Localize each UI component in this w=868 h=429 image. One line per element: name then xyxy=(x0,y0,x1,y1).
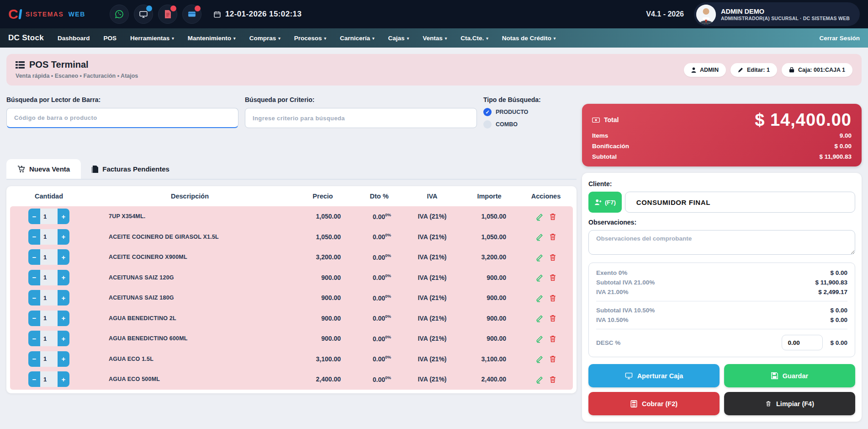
increase-qty-button[interactable]: + xyxy=(58,331,69,346)
decrease-qty-button[interactable]: − xyxy=(28,249,40,265)
increase-qty-button[interactable]: + xyxy=(58,351,69,367)
charge-button[interactable]: Cobrar (F2) xyxy=(588,392,720,415)
save-button[interactable]: Guardar xyxy=(724,364,855,387)
credit-card-icon xyxy=(187,10,196,19)
decrease-qty-button[interactable]: − xyxy=(28,209,40,224)
increase-qty-button[interactable]: + xyxy=(58,229,69,245)
summary-row: Exento 0% $ 0.00 xyxy=(596,268,847,278)
nav-item-label: Notas de Crédito xyxy=(502,35,551,42)
version-label: V4.1 - 2026 xyxy=(646,10,684,18)
radio-button[interactable]: ✓ xyxy=(483,108,492,116)
increase-qty-button[interactable]: + xyxy=(58,270,69,285)
decrease-qty-button[interactable]: − xyxy=(28,351,40,367)
increase-qty-button[interactable]: + xyxy=(58,311,69,326)
nav-item[interactable]: Mantenimiento ▾ xyxy=(188,35,236,42)
nav-item[interactable]: Cajas ▾ xyxy=(388,35,409,42)
tab-nueva-venta[interactable]: Nueva Venta xyxy=(6,159,81,179)
decrease-qty-button[interactable]: − xyxy=(28,311,40,326)
delete-row-icon[interactable] xyxy=(549,232,557,241)
delete-row-icon[interactable] xyxy=(549,253,557,262)
nav-item[interactable]: Compras ▾ xyxy=(249,35,281,42)
totals-row-value: $ 11,900.83 xyxy=(819,153,852,160)
delete-row-icon[interactable] xyxy=(549,314,557,322)
nav-item[interactable]: Procesos ▾ xyxy=(294,35,326,42)
monitor-button[interactable] xyxy=(134,5,153,24)
criteria-search-input[interactable] xyxy=(245,108,477,128)
search-type-option[interactable]: ✓ PRODUCTO xyxy=(483,108,541,116)
clear-button[interactable]: Limpiar (F4) xyxy=(724,392,855,415)
edit-row-icon[interactable] xyxy=(535,334,544,343)
card-button[interactable] xyxy=(182,5,201,24)
nav-item[interactable]: POS ▾ xyxy=(104,35,117,42)
discount-percent: 0.000% xyxy=(354,335,405,343)
observations-textarea[interactable] xyxy=(588,230,855,255)
nav-item[interactable]: Notas de Crédito ▾ xyxy=(502,35,556,42)
line-total: 900.00 xyxy=(460,335,519,342)
nav-item[interactable]: Ventas ▾ xyxy=(423,35,447,42)
col-precio: Precio xyxy=(292,193,354,200)
discount-percent: 0.000% xyxy=(354,314,405,322)
nav-item[interactable]: Carnicería ▾ xyxy=(340,35,375,42)
cash-register-badge: Caja: 001:CAJA 1 xyxy=(782,63,852,77)
invoice-button[interactable] xyxy=(158,5,177,24)
delete-row-icon[interactable] xyxy=(549,212,557,221)
sale-tabs: Nueva Venta Facturas Pendientes xyxy=(6,159,577,180)
quantity-stepper: − 1 + xyxy=(10,290,88,306)
chevron-down-icon: ▾ xyxy=(407,36,409,41)
quantity-value: 1 xyxy=(40,331,58,346)
iva-rate: IVA (21%) xyxy=(405,294,460,301)
increase-qty-button[interactable]: + xyxy=(58,371,69,387)
delete-row-icon[interactable] xyxy=(549,334,557,343)
decrease-qty-button[interactable]: − xyxy=(28,290,40,306)
radio-button[interactable]: ✓ xyxy=(483,120,492,129)
quantity-value: 1 xyxy=(40,371,58,387)
quantity-stepper: − 1 + xyxy=(10,311,88,326)
nav-item[interactable]: Cta.Cte. ▾ xyxy=(460,35,488,42)
edit-row-icon[interactable] xyxy=(535,314,544,322)
edit-row-icon[interactable] xyxy=(535,212,544,221)
discount-row: DESC % $ 0.00 xyxy=(596,333,847,352)
search-type-option-label: COMBO xyxy=(496,121,518,128)
increase-qty-button[interactable]: + xyxy=(58,249,69,265)
whatsapp-button[interactable] xyxy=(110,5,129,24)
quantity-stepper: − 1 + xyxy=(10,270,88,285)
nav-item[interactable]: Herramientas ▾ xyxy=(130,35,174,42)
delete-row-icon[interactable] xyxy=(549,294,557,302)
topbar-quick-icons xyxy=(110,5,201,24)
open-register-button[interactable]: Aperturar Caja xyxy=(588,364,720,387)
col-dto: Dto % xyxy=(354,193,405,200)
product-price: 3,200.00 xyxy=(292,253,354,261)
nav-item[interactable]: Dashboard ▾ xyxy=(58,35,90,42)
banknote-icon xyxy=(592,117,600,123)
delete-row-icon[interactable] xyxy=(549,354,557,363)
user-menu[interactable]: ADMIN DEMO ADMINISTRADOR(A) SUCURSAL · D… xyxy=(694,2,860,26)
edit-row-icon[interactable] xyxy=(535,375,544,384)
delete-row-icon[interactable] xyxy=(549,375,557,384)
barcode-search-input[interactable] xyxy=(6,108,238,128)
decrease-qty-button[interactable]: − xyxy=(28,331,40,346)
decrease-qty-button[interactable]: − xyxy=(28,229,40,245)
edit-row-icon[interactable] xyxy=(535,253,544,262)
line-total: 900.00 xyxy=(460,274,519,281)
monitor-notification-dot xyxy=(146,5,152,11)
discount-input[interactable] xyxy=(782,335,823,350)
logout-link[interactable]: Cerrar Sesión xyxy=(819,35,860,42)
totals-row-label: Items xyxy=(592,132,608,139)
select-client-button[interactable]: (F7) xyxy=(588,192,622,213)
edit-row-icon[interactable] xyxy=(535,294,544,302)
increase-qty-button[interactable]: + xyxy=(58,290,69,306)
edit-row-icon[interactable] xyxy=(535,273,544,282)
delete-row-icon[interactable] xyxy=(549,273,557,282)
client-input[interactable] xyxy=(625,192,855,213)
product-description: ACEITUNAS SAIZ 120G xyxy=(88,274,292,281)
edit-count-badge: Editar: 1 xyxy=(730,63,777,77)
increase-qty-button[interactable]: + xyxy=(58,209,69,224)
topbar: C SISTEMAS WEB xyxy=(0,0,868,28)
tab-facturas-pendientes[interactable]: Facturas Pendientes xyxy=(81,159,180,179)
decrease-qty-button[interactable]: − xyxy=(28,270,40,285)
edit-row-icon[interactable] xyxy=(535,354,544,363)
cart-table-body: − 1 + 7UP X354ML. 1,050.00 0.000% IVA (2… xyxy=(10,206,573,390)
edit-row-icon[interactable] xyxy=(535,232,544,241)
decrease-qty-button[interactable]: − xyxy=(28,371,40,387)
search-type-option[interactable]: ✓ COMBO xyxy=(483,120,541,129)
